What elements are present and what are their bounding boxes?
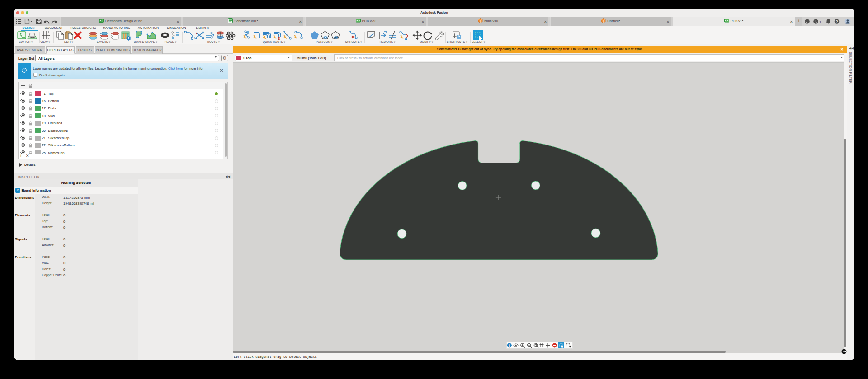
svg-text:?: ?: [835, 19, 838, 24]
svg-text:1: 1: [819, 20, 821, 24]
